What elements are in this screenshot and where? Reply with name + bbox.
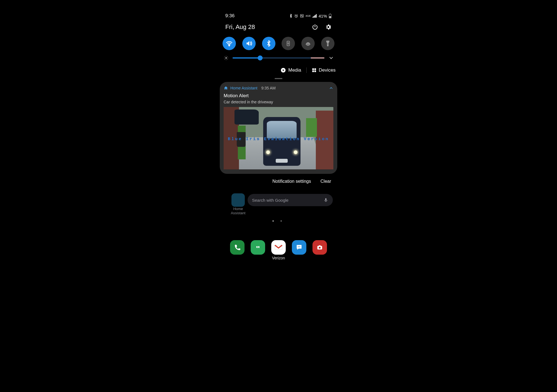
notification-card[interactable]: Home Assistant 9:35 AM Motion Alert Car …	[220, 82, 337, 174]
date-row: Fri, Aug 28	[218, 20, 339, 33]
nfc-icon	[300, 14, 304, 18]
svg-rect-22	[314, 70, 316, 72]
svg-rect-9	[329, 16, 331, 18]
flashlight-toggle[interactable]	[321, 37, 334, 50]
svg-rect-4	[314, 15, 315, 18]
svg-point-14	[309, 44, 309, 45]
phone-frame: 9:36 4GE 41% Fri, Aug 28	[218, 11, 339, 261]
clock: 9:36	[225, 13, 234, 19]
panel-drag-handle[interactable]	[275, 78, 282, 79]
power-icon[interactable]	[312, 24, 318, 30]
battery-icon	[329, 14, 332, 18]
svg-rect-8	[330, 14, 331, 14]
svg-rect-15	[307, 45, 309, 46]
notification-app-name: Home Assistant	[230, 86, 257, 90]
svg-point-17	[225, 57, 227, 59]
svg-rect-23	[325, 198, 327, 201]
notification-image: Blue Iris Evaluation Version	[224, 107, 333, 169]
network-type-label: 4GE	[306, 15, 311, 17]
hangouts-app-icon[interactable]	[251, 240, 265, 255]
search-placeholder: Search with Google	[252, 198, 289, 203]
helmet-icon	[305, 40, 311, 47]
bluetooth-icon	[266, 40, 272, 47]
battery-percent: 41%	[319, 14, 327, 18]
notification-body: Car detected in the driveway	[224, 100, 333, 104]
svg-point-13	[307, 44, 308, 45]
wifi-toggle[interactable]	[223, 37, 236, 50]
camera-watermark: Blue Iris Evaluation Version	[224, 137, 333, 142]
media-button[interactable]: Media	[280, 67, 301, 73]
gear-icon[interactable]	[325, 24, 332, 30]
date-text: Fri, Aug 28	[225, 23, 255, 31]
notification-header: Home Assistant 9:35 AM	[224, 86, 333, 90]
svg-point-10	[229, 45, 229, 46]
signal-icon	[312, 14, 317, 18]
rotation-lock-toggle[interactable]	[282, 37, 295, 50]
volume-icon	[245, 40, 253, 47]
devices-label: Devices	[319, 67, 336, 73]
bluetooth-icon	[289, 14, 292, 18]
brightness-slider[interactable]	[233, 55, 324, 61]
svg-rect-5	[315, 15, 316, 18]
status-icons: 4GE 41%	[289, 14, 332, 18]
home-assistant-icon	[224, 86, 228, 90]
bluetooth-toggle[interactable]	[262, 37, 275, 50]
sound-toggle[interactable]	[242, 37, 256, 50]
svg-rect-2	[312, 17, 313, 18]
flashlight-icon	[325, 40, 331, 47]
notification-title: Motion Alert	[224, 93, 333, 99]
gmail-app-icon[interactable]	[271, 240, 286, 255]
svg-rect-3	[313, 16, 314, 18]
svg-point-25	[299, 247, 300, 247]
quick-settings-row	[218, 33, 339, 53]
notification-timestamp: 9:35 AM	[261, 86, 275, 90]
alarm-icon	[294, 14, 298, 18]
svg-rect-6	[316, 14, 317, 18]
chevron-up-icon[interactable]	[329, 86, 333, 90]
notification-settings-button[interactable]: Notification settings	[272, 179, 311, 184]
phone-app-icon[interactable]	[230, 240, 245, 255]
svg-point-16	[328, 44, 328, 44]
svg-rect-29	[319, 245, 321, 246]
divider	[306, 67, 307, 73]
media-devices-row: Media Devices	[218, 62, 339, 76]
svg-point-28	[319, 247, 321, 249]
wifi-icon	[226, 40, 233, 47]
play-circle-icon	[280, 67, 286, 73]
google-search-bar[interactable]: Search with Google	[248, 194, 333, 206]
page-indicator: ■ ●	[218, 219, 339, 222]
messages-app-icon[interactable]	[292, 240, 306, 255]
microphone-icon[interactable]	[323, 198, 328, 203]
dock-label: Verizon	[218, 256, 339, 260]
svg-rect-19	[312, 68, 314, 70]
home-assistant-app-label: Home Assistant	[230, 207, 246, 215]
brightness-icon	[224, 55, 229, 60]
svg-rect-20	[314, 68, 316, 70]
svg-rect-12	[288, 43, 289, 45]
media-label: Media	[288, 67, 301, 73]
dock	[218, 240, 339, 255]
notification-actions-row: Notification settings Clear	[218, 174, 339, 187]
slider-thumb[interactable]	[258, 55, 263, 60]
home-assistant-app-icon[interactable]	[231, 193, 245, 207]
chevron-down-icon[interactable]	[328, 55, 334, 61]
svg-point-26	[300, 247, 301, 247]
brightness-row	[218, 53, 339, 62]
devices-button[interactable]: Devices	[312, 67, 336, 73]
location-toggle[interactable]	[301, 37, 315, 50]
svg-rect-21	[312, 70, 314, 72]
clear-button[interactable]: Clear	[321, 179, 331, 184]
status-bar: 9:36 4GE 41%	[218, 11, 339, 20]
camera-app-icon[interactable]	[312, 240, 327, 255]
portrait-lock-icon	[285, 40, 291, 47]
svg-point-24	[298, 247, 299, 247]
grid-icon	[312, 68, 317, 73]
